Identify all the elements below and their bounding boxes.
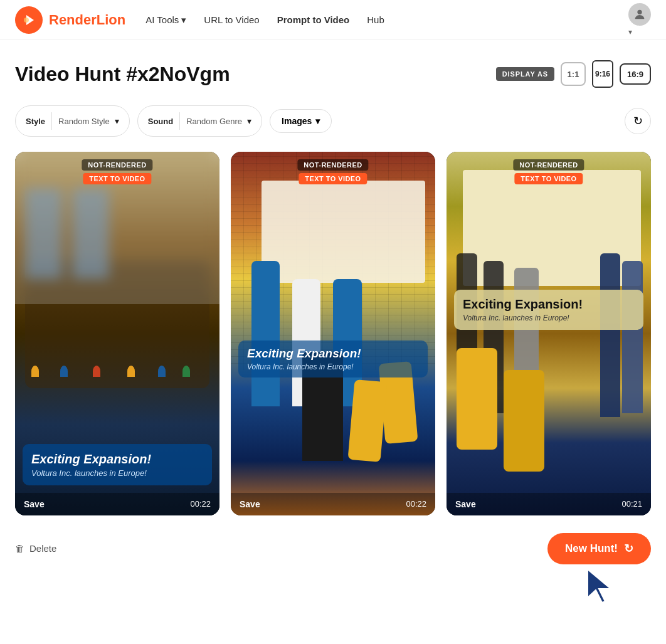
- new-hunt-label: New Hunt!: [565, 542, 618, 555]
- delete-button[interactable]: 🗑 Delete: [15, 543, 56, 554]
- card-2-duration: 00:22: [406, 499, 426, 509]
- card-2-title: Exciting Expansion!: [247, 347, 419, 361]
- card-2-subtitle: Voltura Inc. launches in Europe!: [247, 362, 419, 371]
- card-2-save-button[interactable]: Save: [240, 499, 260, 509]
- card-1-text-to-video-badge: TEXT TO VIDEO: [83, 173, 151, 184]
- filters-row: Style Random Style ▾ Sound Random Genre …: [15, 105, 651, 137]
- nav-links: AI Tools ▾ URL to Video Prompt to Video …: [145, 14, 608, 26]
- sound-chevron-icon: ▾: [247, 116, 251, 126]
- nav-prompt-to-video[interactable]: Prompt to Video: [277, 14, 350, 25]
- delete-label: Delete: [29, 543, 56, 554]
- sound-label: Sound: [148, 117, 173, 126]
- ratio-9-16-button[interactable]: 9:16: [592, 60, 613, 88]
- card-3-not-rendered-badge: NOT-RENDERED: [513, 159, 584, 171]
- nav-hub[interactable]: Hub: [367, 14, 384, 25]
- card-2-text-to-video-badge: TEXT TO VIDEO: [299, 173, 367, 184]
- sound-filter-button[interactable]: Sound Random Genre ▾: [137, 105, 262, 137]
- ratio-1-1-button[interactable]: 1:1: [561, 62, 586, 86]
- nav-url-to-video[interactable]: URL to Video: [204, 14, 259, 25]
- sound-separator: [179, 112, 180, 130]
- card-3-duration: 00:21: [621, 499, 642, 509]
- images-label: Images: [282, 116, 312, 126]
- logo-svg: [21, 13, 36, 28]
- svg-point-2: [637, 9, 642, 14]
- card-3-bottom: Save 00:21: [447, 493, 651, 515]
- display-as-label: DISPLAY AS: [496, 67, 554, 81]
- card-1-text-box: Exciting Expansion! Voltura Inc. launche…: [23, 444, 212, 485]
- style-label: Style: [26, 117, 45, 126]
- navbar: RenderLion AI Tools ▾ URL to Video Promp…: [0, 0, 666, 40]
- card-2-text-box: Exciting Expansion! Voltura Inc. launche…: [238, 340, 428, 377]
- logo[interactable]: RenderLion: [15, 6, 125, 34]
- page-title: Video Hunt #x2NoVgm: [15, 63, 230, 86]
- card-1-duration: 00:22: [190, 499, 211, 509]
- card-3-text-to-video-badge: TEXT TO VIDEO: [514, 173, 583, 184]
- images-chevron-icon: ▾: [315, 116, 320, 126]
- card-1-save-button[interactable]: Save: [24, 499, 45, 509]
- user-icon: [633, 8, 647, 21]
- style-chevron-icon: ▾: [115, 116, 119, 126]
- refresh-icon: ↻: [633, 114, 643, 128]
- video-card-1[interactable]: NOT-RENDERED TEXT TO VIDEO Exciting Expa…: [15, 152, 219, 515]
- card-2-bottom: Save 00:22: [231, 493, 435, 515]
- filters-refresh-button[interactable]: ↻: [625, 108, 651, 134]
- card-1-title: Exciting Expansion!: [31, 451, 203, 467]
- style-value: Random Style: [58, 117, 110, 126]
- new-hunt-button[interactable]: New Hunt! ↻: [547, 533, 651, 564]
- logo-text: RenderLion: [49, 12, 125, 28]
- filter-separator: [51, 112, 52, 130]
- avatar: [628, 3, 651, 26]
- card-1-not-rendered-badge: NOT-RENDERED: [82, 159, 152, 171]
- nav-ai-tools[interactable]: AI Tools ▾: [145, 14, 186, 26]
- main-content: Video Hunt #x2NoVgm DISPLAY AS 1:1 9:16 …: [0, 40, 666, 577]
- trash-icon: 🗑: [15, 543, 24, 554]
- style-filter-button[interactable]: Style Random Style ▾: [15, 105, 130, 137]
- card-1-subtitle: Voltura Inc. launches in Europe!: [31, 468, 203, 478]
- display-as-controls: DISPLAY AS 1:1 9:16 16:9: [496, 60, 651, 88]
- logo-lion: Lion: [97, 12, 125, 28]
- card-3-image: [447, 152, 651, 515]
- video-card-2[interactable]: NOT-RENDERED TEXT TO VIDEO Exciting Expa…: [231, 152, 435, 515]
- bottom-row: 🗑 Delete New Hunt! ↻: [15, 515, 651, 577]
- card-3-badges: NOT-RENDERED TEXT TO VIDEO: [513, 159, 584, 184]
- svg-point-1: [24, 18, 29, 23]
- card-2-badges: NOT-RENDERED TEXT TO VIDEO: [297, 159, 368, 184]
- sound-value: Random Genre: [186, 117, 242, 126]
- images-filter-button[interactable]: Images ▾: [270, 109, 332, 133]
- chevron-down-icon: ▾: [181, 14, 186, 26]
- account-menu[interactable]: ▾: [628, 3, 651, 37]
- logo-render: Render: [49, 12, 97, 28]
- card-3-subtitle: Voltura Inc. launches in Europe!: [463, 314, 635, 322]
- cards-grid: NOT-RENDERED TEXT TO VIDEO Exciting Expa…: [15, 152, 651, 515]
- logo-icon: [15, 6, 43, 34]
- ratio-16-9-button[interactable]: 16:9: [620, 63, 651, 85]
- card-2-not-rendered-badge: NOT-RENDERED: [297, 159, 368, 171]
- card-3-save-button[interactable]: Save: [455, 499, 476, 509]
- header-row: Video Hunt #x2NoVgm DISPLAY AS 1:1 9:16 …: [15, 60, 651, 88]
- account-chevron-icon: ▾: [628, 28, 632, 36]
- card-1-bottom: Save 00:22: [15, 493, 219, 515]
- card-2-image: [231, 152, 435, 515]
- card-3-title: Exciting Expansion!: [463, 297, 635, 312]
- video-card-3[interactable]: NOT-RENDERED TEXT TO VIDEO Exciting Expa…: [447, 152, 651, 515]
- card-3-text-box: Exciting Expansion! Voltura Inc. launche…: [454, 290, 643, 330]
- card-1-badges: NOT-RENDERED TEXT TO VIDEO: [82, 159, 152, 184]
- new-hunt-refresh-icon: ↻: [624, 542, 633, 556]
